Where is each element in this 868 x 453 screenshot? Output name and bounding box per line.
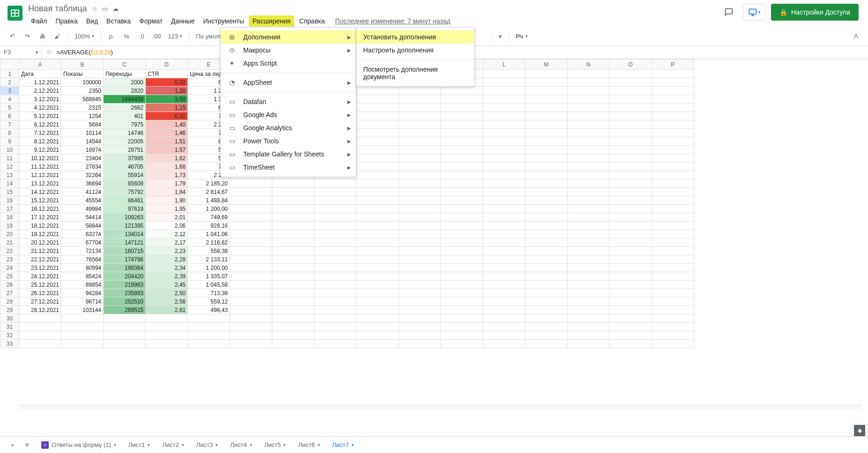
cell[interactable] xyxy=(483,306,525,314)
cell[interactable] xyxy=(399,340,441,348)
cell[interactable]: 12.12.2021 xyxy=(19,171,61,179)
cell[interactable]: 18.12.2021 xyxy=(19,222,61,230)
cell[interactable]: 109263 xyxy=(104,213,146,222)
cell[interactable]: 63274 xyxy=(61,230,104,238)
cell[interactable] xyxy=(652,264,694,272)
row-header-31[interactable]: 31 xyxy=(0,323,19,331)
cell[interactable] xyxy=(357,95,399,104)
cell[interactable] xyxy=(483,230,525,238)
ext-menu-item[interactable]: ◔AppSheet▶ xyxy=(221,76,356,89)
cell[interactable]: 76564 xyxy=(61,255,104,264)
row-header-26[interactable]: 26 xyxy=(0,281,19,289)
cell[interactable] xyxy=(399,230,441,238)
cell[interactable] xyxy=(525,314,568,323)
cell[interactable] xyxy=(399,272,441,281)
ext-menu-item[interactable]: ⊙Макросы▶ xyxy=(221,44,356,57)
cell[interactable] xyxy=(399,297,441,306)
cell[interactable] xyxy=(610,331,652,340)
expand-toolbar-button[interactable]: ᐱ xyxy=(849,30,862,43)
cell[interactable] xyxy=(314,205,357,213)
cell[interactable] xyxy=(652,179,694,188)
sheet-tab[interactable]: Лист2▾ xyxy=(157,438,189,452)
cell[interactable]: 401 xyxy=(104,112,146,120)
row-header-4[interactable]: 4 xyxy=(0,95,19,104)
cell[interactable] xyxy=(610,154,652,163)
cell[interactable] xyxy=(610,129,652,137)
cell[interactable]: 1,62 xyxy=(146,154,188,163)
cell[interactable] xyxy=(568,238,610,247)
cell[interactable] xyxy=(399,196,441,205)
cell[interactable] xyxy=(272,247,314,255)
col-header-C[interactable]: C xyxy=(104,59,146,70)
cloud-icon[interactable]: ☁ xyxy=(112,5,119,12)
cell[interactable]: 29751 xyxy=(104,146,146,154)
cell[interactable] xyxy=(357,340,399,348)
cell[interactable] xyxy=(441,281,483,289)
sheet-tab[interactable]: Лист5▾ xyxy=(259,438,292,452)
cell[interactable] xyxy=(272,255,314,264)
sheet-tab[interactable]: Лист6▾ xyxy=(292,438,325,452)
cell[interactable]: 1,51 xyxy=(146,137,188,146)
cell[interactable] xyxy=(652,196,694,205)
cell[interactable] xyxy=(483,264,525,272)
cell[interactable] xyxy=(61,331,104,340)
cell[interactable] xyxy=(483,314,525,323)
cell[interactable]: 2,23 xyxy=(146,247,188,255)
cell[interactable] xyxy=(230,205,272,213)
cell[interactable]: 0,32 xyxy=(146,112,188,120)
cell[interactable] xyxy=(483,78,525,87)
cell[interactable] xyxy=(568,230,610,238)
present-button[interactable]: ▾ xyxy=(743,4,765,21)
cell[interactable]: Дата xyxy=(19,70,61,78)
cell[interactable] xyxy=(610,323,652,331)
cell[interactable] xyxy=(568,70,610,78)
cell[interactable]: 10114 xyxy=(61,129,104,137)
cell[interactable] xyxy=(652,272,694,281)
cell[interactable] xyxy=(568,281,610,289)
cell[interactable] xyxy=(610,70,652,78)
cell[interactable] xyxy=(525,331,568,340)
row-header-8[interactable]: 8 xyxy=(0,129,19,137)
cell[interactable]: 204420 xyxy=(104,272,146,281)
cell[interactable] xyxy=(652,171,694,179)
cell[interactable]: 2,45 xyxy=(146,281,188,289)
row-header-29[interactable]: 29 xyxy=(0,306,19,314)
row-header-17[interactable]: 17 xyxy=(0,205,19,213)
row-header-7[interactable]: 7 xyxy=(0,120,19,129)
cell[interactable] xyxy=(610,281,652,289)
cell[interactable]: 2,28 xyxy=(146,255,188,264)
cell[interactable] xyxy=(441,222,483,230)
cell[interactable]: 2315 xyxy=(61,104,104,112)
cell[interactable] xyxy=(357,137,399,146)
menu-вид[interactable]: Вид xyxy=(82,15,102,27)
cell[interactable] xyxy=(525,78,568,87)
cell[interactable] xyxy=(188,340,230,348)
cell[interactable] xyxy=(357,247,399,255)
cell[interactable] xyxy=(230,323,272,331)
ext-menu-item[interactable]: ▭Google Ads▶ xyxy=(221,108,356,121)
cell[interactable] xyxy=(652,120,694,129)
cell[interactable] xyxy=(272,272,314,281)
cell[interactable] xyxy=(314,230,357,238)
row-header-32[interactable]: 32 xyxy=(0,331,19,340)
redo-button[interactable]: ↷ xyxy=(21,30,34,43)
cell[interactable]: 928,16 xyxy=(188,222,230,230)
cell[interactable] xyxy=(525,213,568,222)
cell[interactable] xyxy=(610,255,652,264)
cell[interactable] xyxy=(146,340,188,348)
cell[interactable] xyxy=(652,213,694,222)
cell[interactable] xyxy=(652,146,694,154)
cell[interactable] xyxy=(652,112,694,120)
cell[interactable]: 41124 xyxy=(61,188,104,196)
cell[interactable]: 2,06 xyxy=(146,222,188,230)
cell[interactable] xyxy=(441,205,483,213)
cell[interactable]: 36694 xyxy=(61,179,104,188)
cell[interactable] xyxy=(314,306,357,314)
row-header-27[interactable]: 27 xyxy=(0,289,19,297)
cell[interactable] xyxy=(525,264,568,272)
cell[interactable] xyxy=(357,289,399,297)
row-header-19[interactable]: 19 xyxy=(0,222,19,230)
cell[interactable] xyxy=(483,340,525,348)
cell[interactable] xyxy=(272,264,314,272)
cell[interactable] xyxy=(399,238,441,247)
